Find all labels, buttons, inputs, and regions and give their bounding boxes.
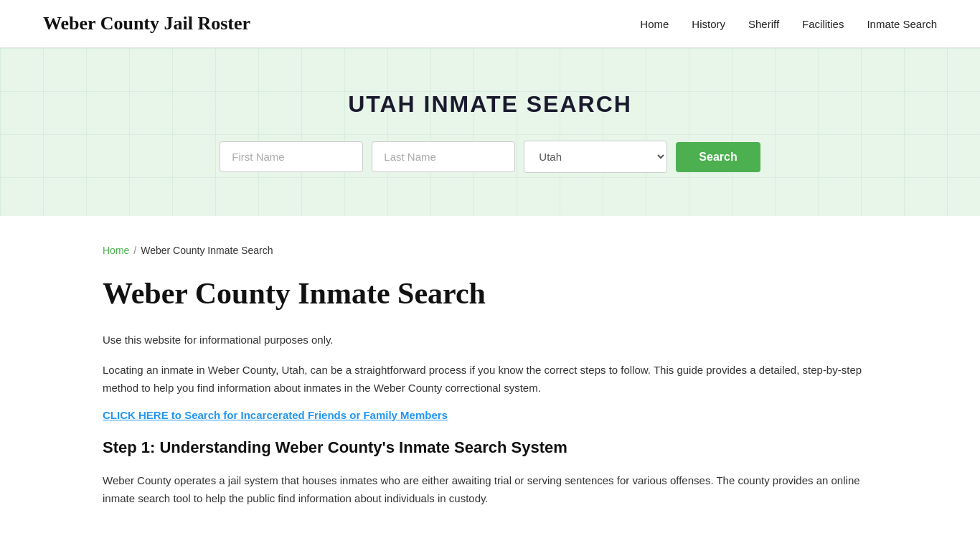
- breadcrumb-home[interactable]: Home: [103, 245, 129, 256]
- intro-paragraph-1: Use this website for informational purpo…: [103, 331, 877, 349]
- main-content: Home / Weber County Inmate Search Weber …: [60, 216, 920, 551]
- cta-link[interactable]: CLICK HERE to Search for Incarcerated Fr…: [103, 409, 448, 421]
- nav-home[interactable]: Home: [640, 18, 669, 30]
- intro-paragraph-2: Locating an inmate in Weber County, Utah…: [103, 361, 877, 397]
- page-heading: Weber County Inmate Search: [103, 276, 877, 311]
- nav-inmate-search[interactable]: Inmate Search: [867, 18, 937, 30]
- last-name-input[interactable]: [372, 141, 515, 172]
- step1-body: Weber County operates a jail system that…: [103, 471, 877, 508]
- breadcrumb: Home / Weber County Inmate Search: [103, 245, 877, 256]
- first-name-input[interactable]: [220, 141, 363, 172]
- main-nav: Home History Sheriff Facilities Inmate S…: [640, 18, 937, 30]
- nav-history[interactable]: History: [692, 18, 725, 30]
- state-select[interactable]: Utah Alabama Alaska Arizona Arkansas Cal…: [524, 141, 667, 173]
- hero-section: UTAH INMATE SEARCH Utah Alabama Alaska A…: [0, 48, 980, 216]
- nav-facilities[interactable]: Facilities: [802, 18, 844, 30]
- nav-sheriff[interactable]: Sheriff: [748, 18, 779, 30]
- step1-heading: Step 1: Understanding Weber County's Inm…: [103, 438, 877, 457]
- hero-title: UTAH INMATE SEARCH: [14, 91, 966, 118]
- site-title: Weber County Jail Roster: [43, 13, 250, 34]
- breadcrumb-separator: /: [133, 245, 136, 256]
- breadcrumb-current: Weber County Inmate Search: [141, 245, 273, 256]
- site-header: Weber County Jail Roster Home History Sh…: [0, 0, 980, 48]
- search-button[interactable]: Search: [676, 142, 760, 172]
- search-form: Utah Alabama Alaska Arizona Arkansas Cal…: [14, 141, 966, 173]
